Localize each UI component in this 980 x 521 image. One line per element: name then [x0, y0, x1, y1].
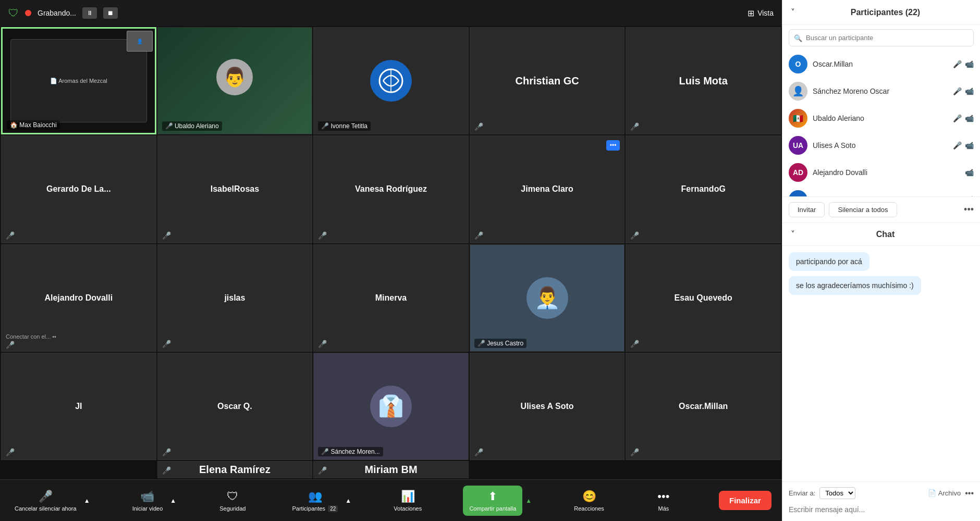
- video-cell-minerva[interactable]: Minerva 🎤: [313, 244, 469, 352]
- more-panel-actions-button[interactable]: •••: [964, 204, 974, 215]
- video-grid: 📄 Aromas del Mezcal 👤 🏠 Max Baiocchi 👨 🎤…: [0, 26, 782, 479]
- icons-alejandro: 📹: [965, 168, 974, 177]
- name-fernando: FernandoG: [679, 182, 728, 196]
- avatar-alejandro: AD: [789, 163, 807, 182]
- video-cell-oscar-millan[interactable]: Oscar.Millan 🎤: [626, 353, 781, 460]
- video-cell-luis[interactable]: Luis Mota 🎤: [626, 27, 781, 134]
- name-christian: Christian GC: [513, 73, 581, 89]
- sidebar: ˅ Participantes (22) 🔍 O Oscar.Millan 🎤 …: [782, 0, 980, 521]
- list-item-ulises[interactable]: UA Ulises A Soto 🎤 📹: [782, 132, 980, 159]
- mute-icon-elena: 🎤: [162, 466, 171, 475]
- chat-message-1: participando por acá: [789, 252, 869, 271]
- chat-collapse-button[interactable]: ˅: [791, 229, 795, 239]
- avatar-ubaldo: 🇲🇽: [789, 109, 807, 128]
- name-label-ivonne: 🎤 Ivonne Tetitla: [318, 121, 371, 131]
- search-icon: 🔍: [794, 34, 802, 42]
- video-cell-jislas[interactable]: jislas 🎤: [157, 244, 313, 352]
- video-group: 📹 Iniciar video ▲: [128, 487, 178, 515]
- file-button[interactable]: 📄 Archivo: [928, 489, 961, 497]
- name-gerardo: Gerardo De La...: [44, 182, 113, 196]
- vista-button[interactable]: ⊞ Vista: [748, 8, 774, 18]
- votaciones-button[interactable]: 📊 Votaciones: [389, 487, 426, 515]
- cam-status-alejandro: 📹: [965, 168, 974, 177]
- mute-icon-ji: 🎤: [6, 448, 15, 456]
- reacciones-button[interactable]: 😊 Reacciones: [570, 487, 608, 515]
- seguridad-button[interactable]: 🛡 Seguridad: [214, 487, 251, 515]
- mute-icon-fernando: 🎤: [630, 231, 639, 240]
- mute-icon-alejandro: 🎤: [6, 341, 15, 349]
- chat-message-input[interactable]: [789, 503, 974, 516]
- name-label-jesus: 🎤 Jesus Castro: [474, 339, 526, 348]
- video-cell-christian[interactable]: Christian GC 🎤: [470, 27, 625, 134]
- finalizar-button[interactable]: Finalizar: [719, 491, 771, 510]
- video-cell-fernando[interactable]: FernandoG 🎤: [626, 135, 781, 243]
- list-item-fernandoG[interactable]: F FernandoG 📹: [782, 186, 980, 196]
- name-elena: Elena Ramírez: [197, 462, 273, 478]
- name-label-max: 🏠 Max Baiocchi: [7, 120, 60, 130]
- name-ulises-list: Ulises A Soto: [813, 141, 948, 150]
- list-item-oscar-millan[interactable]: O Oscar.Millan 🎤 📹: [782, 51, 980, 78]
- video-cell-ji[interactable]: JI 🎤: [1, 353, 156, 460]
- audio-chevron-button[interactable]: ▲: [83, 496, 91, 505]
- cam-status-oscar: 📹: [965, 60, 974, 68]
- more-options-button-jimena[interactable]: •••: [606, 140, 620, 151]
- panel-actions: Invitar Silenciar a todos •••: [782, 196, 980, 222]
- name-miriam: Miriam BM: [362, 462, 419, 478]
- top-bar: 🛡 Grabando... ⏸ ⏹ ⊞ Vista: [0, 0, 782, 26]
- video-chevron-button[interactable]: ▲: [169, 496, 177, 505]
- video-cell-ivonne[interactable]: 🎤 Ivonne Tetitla: [313, 27, 469, 134]
- reactions-group: 😊 Reacciones: [570, 487, 608, 515]
- security-group: 🛡 Seguridad: [214, 487, 251, 515]
- mute-icon-gerardo: 🎤: [6, 231, 15, 240]
- cam-status-ubaldo: 📹: [965, 114, 974, 122]
- name-jislas: jislas: [222, 291, 247, 305]
- name-alejandro: Alejandro Dovalli: [42, 291, 115, 305]
- participantes-button[interactable]: 👥 Participantes 22: [288, 487, 342, 515]
- share-group: ⬆ Compartir pantalla ▲: [463, 486, 533, 516]
- video-cell-jesus[interactable]: 👨‍💼 🎤 Jesus Castro: [470, 244, 625, 352]
- video-cell-ulises[interactable]: Ulises A Soto 🎤: [470, 353, 625, 460]
- mas-button[interactable]: ••• Más: [645, 487, 682, 515]
- video-cell-isabel[interactable]: IsabelRosas 🎤: [157, 135, 313, 243]
- more-chat-options-button[interactable]: •••: [965, 489, 974, 498]
- mute-all-button[interactable]: Silenciar a todos: [829, 202, 897, 217]
- video-cell-oscar-q[interactable]: Oscar Q. 🎤: [157, 353, 313, 460]
- list-item-ubaldo[interactable]: 🇲🇽 Ubaldo Aleriano 🎤 📹: [782, 105, 980, 132]
- mute-icon-miriam: 🎤: [318, 466, 327, 475]
- pause-recording-button[interactable]: ⏸: [82, 7, 97, 19]
- cam-status-ulises: 📹: [965, 141, 974, 150]
- participants-chevron-button[interactable]: ▲: [344, 496, 352, 505]
- video-cell-miriam[interactable]: Miriam BM 🎤: [313, 461, 469, 478]
- participants-group: 👥 Participantes 22 ▲: [288, 487, 352, 515]
- chat-title: Chat: [799, 230, 972, 239]
- shield-icon: 🛡: [8, 7, 19, 19]
- cancel-silenciar-button[interactable]: 🎤 Cancelar silenciar ahora: [10, 487, 81, 515]
- participants-collapse-button[interactable]: ˅: [791, 7, 795, 17]
- stop-recording-button[interactable]: ⏹: [103, 7, 118, 19]
- invite-button[interactable]: Invitar: [789, 202, 825, 217]
- video-cell-jimena[interactable]: ••• Jimena Claro 🎤: [470, 135, 625, 243]
- search-input[interactable]: [789, 29, 974, 46]
- video-cell-esau[interactable]: Esau Quevedo 🎤: [626, 244, 781, 352]
- send-to-select[interactable]: Todos: [819, 487, 855, 499]
- compartir-pantalla-button[interactable]: ⬆ Compartir pantalla: [463, 486, 522, 516]
- security-icon-btn: 🛡: [227, 490, 238, 503]
- mute-icon-isabel: 🎤: [162, 231, 171, 240]
- mute-icon-luis: 🎤: [630, 122, 639, 131]
- iniciar-video-button[interactable]: 📹 Iniciar video: [128, 487, 167, 515]
- video-cell-alejandro[interactable]: Alejandro Dovalli Conectar con el... •• …: [1, 244, 156, 352]
- mute-icon-jimena: 🎤: [474, 231, 483, 240]
- list-item-alejandro[interactable]: AD Alejandro Dovalli 📹: [782, 159, 980, 186]
- video-cell-gerardo[interactable]: Gerardo De La... 🎤: [1, 135, 156, 243]
- name-sanchez-list: Sánchez Moreno Oscar: [813, 87, 948, 95]
- video-cell-sanchez[interactable]: 👔 🎤 Sánchez Moren...: [313, 353, 469, 460]
- share-chevron-button[interactable]: ▲: [524, 496, 533, 505]
- video-cell-ubaldo[interactable]: 👨 🎤 Ubaldo Aleriano: [157, 27, 313, 134]
- mute-status-ubaldo: 🎤: [953, 114, 962, 122]
- video-cell-elena[interactable]: Elena Ramírez 🎤: [157, 461, 313, 478]
- mute-icon-ulises: 🎤: [474, 448, 483, 456]
- video-cell-max-baiocchi[interactable]: 📄 Aromas del Mezcal 👤 🏠 Max Baiocchi: [1, 27, 156, 134]
- list-item-sanchez[interactable]: 👤 Sánchez Moreno Oscar 🎤 📹: [782, 78, 980, 105]
- name-label-ubaldo: 🎤 Ubaldo Aleriano: [162, 121, 222, 131]
- video-cell-vanesa[interactable]: Vanesa Rodríguez 🎤: [313, 135, 469, 243]
